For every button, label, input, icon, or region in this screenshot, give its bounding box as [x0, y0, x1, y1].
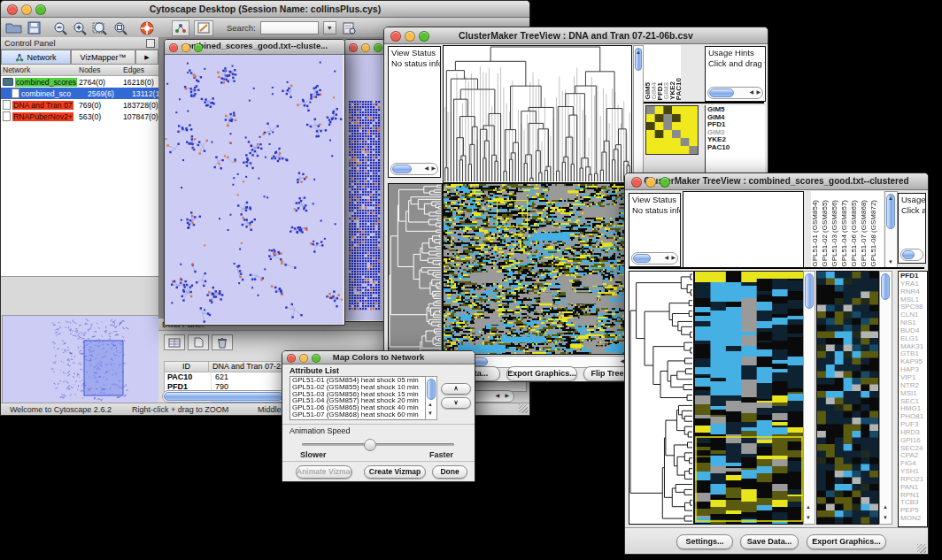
network-window-2[interactable] [344, 39, 385, 322]
network-window-1[interactable]: combined_scores_good.txt--cluste... [164, 39, 345, 326]
tv2-zoom-vscrollbar[interactable]: ▲▼ [879, 271, 892, 525]
scroll-left-arrow[interactable]: ◀ [664, 253, 668, 262]
help-lifebuoy-icon[interactable] [140, 21, 155, 35]
tv2-save-data-button[interactable]: Save Data... [740, 534, 799, 549]
close-button[interactable] [631, 177, 642, 188]
tv2-hints-scrollbar[interactable] [900, 249, 923, 261]
tv2-row-dendrogram-canvas[interactable] [629, 271, 694, 525]
minimize-button[interactable] [181, 43, 190, 52]
scroll-up-arrow[interactable]: ▲ [806, 502, 811, 511]
minimize-button[interactable] [405, 31, 415, 42]
close-button[interactable] [287, 354, 296, 363]
tv2-resize-grip[interactable] [917, 544, 926, 553]
zoom-fit-icon[interactable] [92, 21, 108, 35]
tv2-status-scrollbar[interactable]: ◀▶ [631, 252, 678, 265]
animation-slider-track[interactable] [302, 443, 454, 446]
net-scatter-canvas[interactable] [165, 55, 343, 324]
float-icon[interactable] [146, 39, 155, 48]
new-attribute-icon[interactable] [188, 334, 209, 350]
tv2-labels-vscrollbar[interactable]: ▲▼ [884, 191, 898, 269]
scroll-right-arrow[interactable]: ▶ [431, 164, 436, 173]
network-window-1-titlebar[interactable]: combined_scores_good.txt--cluste... [165, 40, 344, 55]
attribute-item[interactable]: GPL51-07 (GSM868) heat shock 60 min [290, 411, 425, 418]
scroll-left-arrow[interactable]: ◀ [495, 391, 499, 400]
zoom-out-icon[interactable] [53, 21, 68, 35]
minimize-button[interactable] [361, 43, 370, 52]
tv1-gene-item[interactable]: PAC10 [706, 144, 765, 152]
scroll-down-arrow[interactable]: ▼ [806, 513, 811, 522]
scroll-right-arrow[interactable]: ▶ [671, 253, 676, 262]
treeview1-titlebar[interactable]: ClusterMaker TreeView : DNA and Tran 07-… [384, 27, 768, 44]
tv2-gene-item[interactable]: MON2 [899, 515, 927, 523]
tv1-mid-vscrollbar[interactable]: ▲▼ [633, 45, 644, 185]
zoom-button[interactable] [374, 43, 382, 52]
minimize-button[interactable] [645, 177, 656, 188]
tv2-settings-button[interactable]: Settings... [676, 534, 733, 549]
attribute-grid-icon[interactable] [164, 334, 185, 350]
minimize-button[interactable] [21, 4, 32, 15]
close-button[interactable] [7, 4, 18, 15]
scroll-left-arrow[interactable]: ◀ [424, 164, 429, 173]
zoom-button[interactable] [35, 4, 46, 15]
index-icon[interactable] [343, 21, 357, 35]
tv2-zoom-heatmap-canvas[interactable] [816, 271, 879, 525]
animate-vizmap-button[interactable]: Animate Vizmap [296, 465, 352, 479]
tv2-export-graphics-button[interactable]: Export Graphics... [807, 534, 886, 549]
main-resize-grip[interactable] [519, 404, 528, 413]
attribute-list-vscrollbar[interactable]: ▲▼ [425, 376, 437, 420]
tv1-export-graphics-button[interactable]: Export Graphics... [506, 366, 577, 381]
zoom-in-icon[interactable] [73, 21, 88, 35]
scroll-left-arrow[interactable]: ◀ [749, 88, 753, 96]
attribute-list[interactable]: GPL51-01 (GSM854) heat shock 05 minGPL51… [290, 376, 426, 420]
network-row[interactable]: combined_sco2569(6)13112(15) [1, 88, 158, 99]
tab-vizmapper[interactable]: VizMapper™ [71, 50, 135, 64]
minimize-button[interactable] [299, 354, 308, 363]
scroll-up-arrow[interactable]: ▲ [883, 502, 888, 511]
tv1-row-dendrogram-canvas[interactable] [388, 183, 443, 355]
dialog-titlebar[interactable]: Map Colors to Network [282, 351, 475, 364]
network-overview[interactable] [2, 315, 159, 403]
scroll-up-arrow[interactable]: ▲ [888, 194, 893, 203]
tv1-yellow-matrix-canvas[interactable] [645, 105, 699, 155]
close-button[interactable] [169, 43, 178, 52]
main-titlebar[interactable]: Cytoscape Desktop (Session Name: collins… [1, 1, 529, 18]
treeview2-titlebar[interactable]: ClusterMaker TreeView : combined_scores_… [625, 173, 928, 190]
tv2-heatmap-canvas[interactable] [694, 271, 804, 525]
zoom-selected-icon[interactable] [112, 21, 128, 35]
delete-attribute-icon[interactable] [212, 334, 233, 350]
zoom-button[interactable] [660, 177, 670, 188]
open-folder-icon[interactable] [5, 21, 23, 35]
zoom-button[interactable] [312, 354, 320, 363]
vizmapper-icon[interactable] [172, 20, 189, 36]
tab-network[interactable]: Network [1, 50, 71, 64]
tv1-heatmap-canvas[interactable] [443, 183, 632, 355]
scroll-down-arrow[interactable]: ▼ [888, 257, 893, 266]
zoom-button[interactable] [419, 31, 429, 42]
network-row[interactable]: combined_scores2764(0)16218(0) [1, 76, 158, 88]
zoom-button[interactable] [194, 43, 203, 52]
search-dropdown-button[interactable]: ▼ [323, 21, 336, 35]
tv1-column-dendrogram-canvas[interactable] [443, 45, 632, 183]
network-row[interactable]: DNA and Tran 07769(0)183728(0) [1, 99, 158, 111]
scroll-up-arrow[interactable]: ▲ [636, 48, 641, 57]
scroll-down-arrow[interactable]: ▼ [883, 513, 888, 522]
scroll-right-arrow[interactable]: ▶ [756, 88, 761, 96]
scroll-down-arrow[interactable]: ▼ [428, 409, 433, 418]
save-icon[interactable] [27, 21, 42, 35]
close-button[interactable] [390, 31, 401, 42]
animation-slider-thumb[interactable] [364, 439, 376, 451]
scroll-up-arrow[interactable]: ▲ [428, 400, 433, 409]
network-window-2-titlebar[interactable] [344, 40, 384, 55]
scroll-right-arrow[interactable]: ▶ [505, 391, 509, 400]
net-grid-canvas[interactable] [344, 55, 382, 320]
tv2-heatmap-vscrollbar[interactable]: ▲▼ [803, 271, 815, 525]
tv1-status-scrollbar[interactable]: ◀▶ [390, 163, 438, 175]
annotation-icon[interactable] [194, 20, 213, 36]
create-vizmap-button[interactable]: Create Vizmap [364, 465, 426, 479]
tab-overflow-arrow[interactable]: ▶ [135, 50, 158, 64]
move-down-button[interactable]: ∨ [441, 397, 471, 409]
network-row[interactable]: RNAPuberNov2+563(0)107847(0) [1, 111, 158, 122]
close-button[interactable] [349, 43, 358, 52]
tv1-hints-scrollbar[interactable]: ◀▶ [707, 87, 763, 99]
move-up-button[interactable]: ∧ [441, 383, 471, 395]
